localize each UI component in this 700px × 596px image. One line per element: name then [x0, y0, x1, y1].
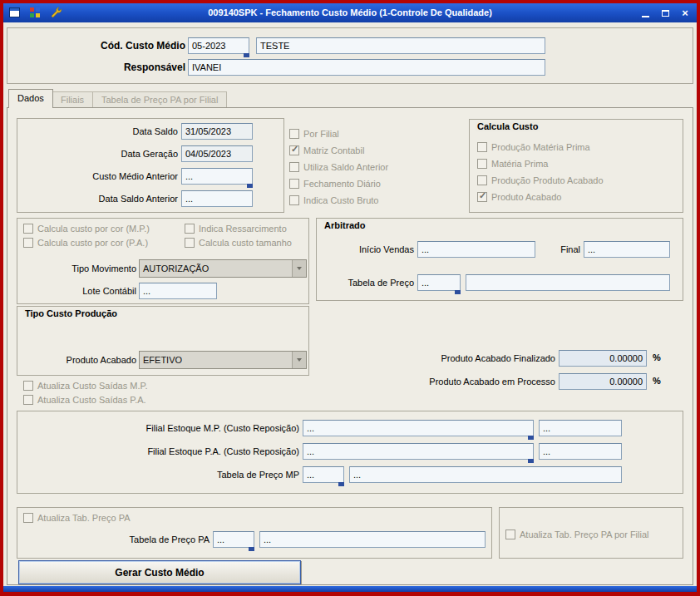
lote-contabil-label: Lote Contábil: [20, 285, 136, 297]
checkbox-calcula-custo-cor-mp[interactable]: Calcula custo por cor (M.P.): [23, 223, 150, 234]
gerar-custo-medio-button[interactable]: Gerar Custo Médio: [18, 560, 301, 584]
tabela-preco-label: Tabela de Preço: [323, 277, 414, 288]
application-window: 009140SPK - Fechamento Custo Médio (1-Co…: [3, 3, 697, 592]
checkbox-fechamento-diario[interactable]: Fechamento Diário: [289, 178, 381, 190]
percent-label: %: [653, 376, 661, 386]
lookup-icon[interactable]: [247, 184, 253, 188]
chevron-down-icon: [292, 260, 306, 277]
minimize-button[interactable]: [637, 6, 653, 20]
maximize-button[interactable]: [657, 6, 673, 20]
checkbox-label: Calcula custo por cor (P.A.): [37, 238, 148, 248]
tabela-preco-pa-label: Tabela de Preço PA: [76, 534, 210, 545]
checkbox-icon: [477, 175, 487, 185]
data-saldo-anterior-label: Data Saldo Anterior: [28, 193, 178, 204]
checkbox-icon: [23, 381, 33, 391]
inicio-vendas-label: Início Vendas: [323, 244, 414, 255]
tabela-preco-input[interactable]: ...: [417, 274, 461, 291]
produto-acabado-select[interactable]: EFETIVO: [139, 351, 307, 369]
lookup-icon[interactable]: [528, 436, 534, 440]
responsavel-label: Responsável: [54, 62, 185, 73]
checkbox-indica-custo-bruto[interactable]: Indica Custo Bruto: [289, 195, 379, 206]
filial-estoque-pa-input[interactable]: ...: [303, 443, 534, 460]
checkbox-icon: [477, 142, 487, 152]
checkbox-atualiza-tab-preco-pa-por-filial[interactable]: Atualiza Tab. Preço PA por Filial: [505, 529, 649, 540]
tabela-preco-pa-descricao-input[interactable]: ...: [259, 531, 486, 548]
lookup-icon[interactable]: [249, 547, 254, 551]
checkbox-atualiza-custo-saidas-mp[interactable]: Atualiza Custo Saídas M.P.: [23, 380, 147, 392]
window-bottom-frame: [3, 586, 697, 592]
window-frame: 009140SPK - Fechamento Custo Médio (1-Co…: [0, 0, 700, 596]
checkbox-icon: [289, 145, 299, 155]
checkbox-indica-ressarcimento[interactable]: Indica Ressarcimento: [185, 223, 287, 234]
final-label: Final: [554, 244, 580, 255]
inicio-vendas-input[interactable]: ...: [417, 241, 535, 258]
arbitrado-title: Arbitrado: [323, 220, 367, 230]
checkbox-calcula-custo-cor-pa[interactable]: Calcula custo por cor (P.A.): [23, 237, 148, 249]
produto-acabado-em-processo-label: Produto Acabado em Processo: [381, 376, 555, 387]
tabela-preco-descricao-input[interactable]: [466, 274, 670, 291]
tipo-custo-producao-title: Tipo Custo Produção: [23, 308, 119, 318]
checkbox-producao-produto-acabado[interactable]: Produção Produto Acabado: [477, 175, 604, 186]
filial-estoque-pa-extra-input[interactable]: ...: [539, 443, 622, 460]
colored-grid-icon[interactable]: [28, 6, 42, 19]
tab-filiais[interactable]: Filiais: [52, 91, 93, 107]
close-button[interactable]: ×: [677, 6, 693, 20]
cod-custo-medio-descricao-input[interactable]: TESTE: [256, 37, 545, 54]
combo-value: AUTORIZAÇÃO: [140, 260, 292, 277]
lookup-icon[interactable]: [338, 482, 344, 486]
checkbox-utiliza-saldo-anterior[interactable]: Utiliza Saldo Anterior: [289, 161, 388, 173]
checkbox-producao-materia-prima[interactable]: Produção Matéria Prima: [477, 141, 590, 153]
checkbox-icon: [505, 530, 515, 539]
lookup-icon[interactable]: [455, 290, 461, 294]
checkbox-matriz-contabil[interactable]: Matriz Contabil: [289, 145, 364, 156]
checkbox-label: Por Filial: [303, 129, 339, 139]
checkbox-calcula-custo-tamanho[interactable]: Calcula custo tamanho: [185, 237, 292, 249]
cod-custo-medio-input[interactable]: 05-2023: [188, 37, 249, 54]
checkbox-icon: [185, 238, 195, 248]
percent-label: %: [653, 352, 661, 362]
lookup-icon[interactable]: [528, 459, 534, 463]
header-panel: Cód. Custo Médio 05-2023 TESTE Responsáv…: [7, 27, 693, 84]
lookup-icon[interactable]: [244, 53, 249, 57]
checkbox-atualiza-custo-saidas-pa[interactable]: Atualiza Custo Saídas P.A.: [23, 394, 146, 406]
chevron-down-icon: [292, 352, 306, 368]
tabela-preco-mp-input[interactable]: ...: [303, 466, 344, 483]
filial-estoque-mp-input[interactable]: ...: [303, 420, 534, 436]
checkbox-label: Indica Ressarcimento: [199, 224, 287, 234]
checkbox-label: Fechamento Diário: [303, 179, 381, 189]
tabela-preco-mp-descricao-input[interactable]: ...: [349, 466, 622, 483]
data-saldo-label: Data Saldo: [28, 126, 178, 137]
data-geracao-input[interactable]: 04/05/2023: [181, 145, 253, 162]
checkbox-icon: [23, 224, 33, 234]
lote-contabil-input[interactable]: ...: [139, 283, 217, 299]
tab-tabela-preco-pa-por-filial[interactable]: Tabela de Preço PA por Filial: [92, 91, 227, 107]
checkbox-label: Atualiza Tab. Preço PA por Filial: [520, 530, 649, 539]
tipo-movimento-select[interactable]: AUTORIZAÇÃO: [139, 259, 307, 278]
custo-medio-anterior-input[interactable]: ...: [181, 168, 253, 185]
checkbox-label: Indica Custo Bruto: [303, 195, 379, 205]
checkbox-label: Produto Acabado: [491, 192, 561, 202]
wrench-icon[interactable]: [49, 6, 62, 19]
checkbox-produto-acabado[interactable]: Produto Acabado: [477, 191, 561, 203]
window-title: 009140SPK - Fechamento Custo Médio (1-Co…: [3, 3, 697, 22]
filial-estoque-mp-extra-input[interactable]: ...: [539, 420, 622, 436]
tabela-preco-pa-input[interactable]: ...: [213, 531, 254, 548]
data-saldo-input[interactable]: 31/05/2023: [181, 123, 253, 140]
responsavel-input[interactable]: IVANEI: [188, 59, 545, 76]
checkbox-icon: [477, 192, 487, 202]
data-saldo-anterior-input[interactable]: ...: [181, 190, 253, 207]
produto-acabado-label: Produto Acabado: [20, 354, 136, 366]
produto-acabado-em-processo-input[interactable]: 0.00000: [559, 373, 647, 390]
checkbox-label: Calcula custo tamanho: [199, 238, 292, 248]
checkbox-materia-prima[interactable]: Matéria Prima: [477, 158, 548, 170]
checkbox-atualiza-tab-preco-pa[interactable]: Atualiza Tab. Preço PA: [23, 512, 131, 524]
checkbox-icon: [23, 395, 33, 405]
produto-acabado-finalizado-input[interactable]: 0.00000: [559, 350, 647, 367]
titlebar: 009140SPK - Fechamento Custo Médio (1-Co…: [3, 3, 697, 22]
form-icon: [7, 6, 21, 19]
final-input[interactable]: ...: [584, 241, 670, 258]
checkbox-por-filial[interactable]: Por Filial: [289, 128, 339, 140]
checkbox-label: Produção Matéria Prima: [491, 142, 590, 152]
tab-dados[interactable]: Dados: [8, 89, 53, 108]
checkbox-label: Matéria Prima: [491, 159, 548, 169]
